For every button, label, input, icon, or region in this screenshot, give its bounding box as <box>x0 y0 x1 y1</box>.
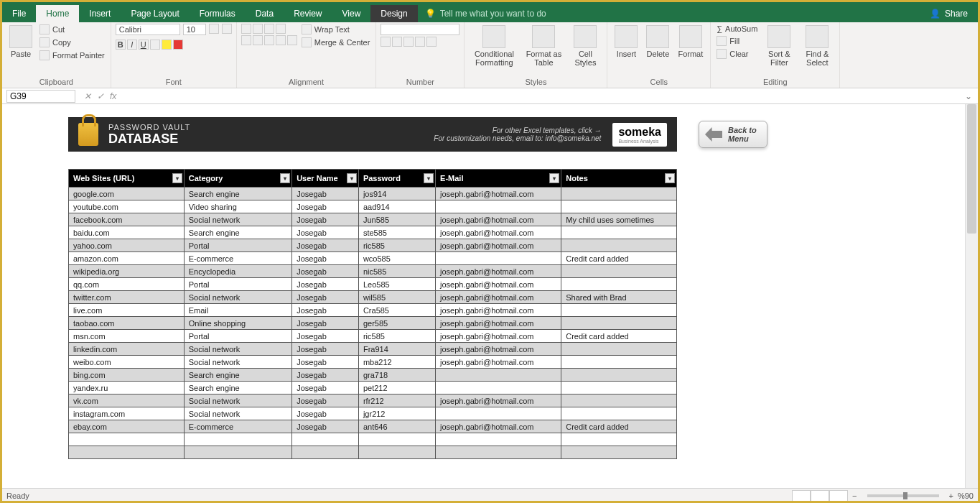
cell[interactable] <box>561 343 677 356</box>
name-box[interactable] <box>6 90 75 103</box>
bold-button[interactable]: B <box>116 40 126 50</box>
cell[interactable]: Online shopping <box>184 317 291 330</box>
col-header-2[interactable]: User Name▾ <box>292 170 359 188</box>
tab-home[interactable]: Home <box>36 5 79 22</box>
insert-cells-button[interactable]: Insert <box>612 24 640 60</box>
table-row[interactable]: instagram.comSocial networkJosegabjgr212 <box>69 407 677 420</box>
cell[interactable]: Josegab <box>292 213 359 226</box>
indent-inc-icon[interactable] <box>287 35 297 45</box>
cell[interactable]: Josegab <box>292 291 359 304</box>
view-page-layout-button[interactable] <box>811 490 829 502</box>
zoom-level[interactable]: %90 <box>958 492 974 500</box>
cell[interactable]: Search engine <box>184 226 291 239</box>
cell[interactable] <box>436 200 561 213</box>
cell[interactable]: joseph.gabri@hotmail.com <box>436 226 561 239</box>
templates-link[interactable]: For other Excel templates, click → <box>434 126 601 134</box>
cell[interactable]: Josegab <box>292 200 359 213</box>
cell[interactable]: taobao.com <box>69 317 185 330</box>
cut-button[interactable]: Cut <box>38 24 106 35</box>
share-button[interactable]: 👤Share <box>920 5 978 22</box>
cell[interactable]: joseph.gabri@hotmail.com <box>436 278 561 291</box>
filter-dropdown-icon[interactable]: ▾ <box>280 173 290 183</box>
table-row[interactable]: linkedin.comSocial networkJosegabFra914j… <box>69 343 677 356</box>
percent-icon[interactable] <box>392 37 402 47</box>
cell[interactable]: Credit card added <box>561 252 677 265</box>
filter-dropdown-icon[interactable]: ▾ <box>347 173 357 183</box>
cell[interactable] <box>436 433 561 446</box>
cell[interactable]: ric585 <box>358 239 435 252</box>
back-to-menu-button[interactable]: Back toMenu <box>699 121 767 148</box>
cell[interactable]: Portal <box>184 330 291 343</box>
align-left-icon[interactable] <box>241 35 251 45</box>
cell[interactable]: joseph.gabri@hotmail.com <box>436 304 561 317</box>
cell[interactable]: Social network <box>184 407 291 420</box>
cell[interactable]: Josegab <box>292 226 359 239</box>
tab-design[interactable]: Design <box>370 5 417 22</box>
format-painter-button[interactable]: Format Painter <box>38 50 106 61</box>
cell[interactable] <box>436 252 561 265</box>
cell[interactable]: Josegab <box>292 343 359 356</box>
cell[interactable] <box>561 239 677 252</box>
cell[interactable]: linkedin.com <box>69 343 185 356</box>
table-row[interactable]: facebook.comSocial networkJosegabJun585j… <box>69 213 677 226</box>
table-row[interactable]: baidu.comSearch engineJosegabste585josep… <box>69 226 677 239</box>
font-size-combo[interactable] <box>183 24 206 35</box>
fill-color-button[interactable] <box>162 40 172 50</box>
font-name-combo[interactable] <box>116 24 180 35</box>
cell[interactable] <box>561 407 677 420</box>
col-header-0[interactable]: Web Sites (URL)▾ <box>69 170 185 188</box>
table-row[interactable]: ebay.comE-commerceJosegabant646joseph.ga… <box>69 420 677 433</box>
cell[interactable]: pet212 <box>358 382 435 394</box>
cell[interactable]: ric585 <box>358 330 435 343</box>
sort-filter-button[interactable]: Sort & Filter <box>762 24 796 68</box>
cell[interactable]: twitter.com <box>69 291 185 304</box>
cell[interactable] <box>358 433 435 446</box>
cell[interactable]: rfr212 <box>358 394 435 407</box>
cell[interactable] <box>561 356 677 369</box>
cell[interactable]: jos914 <box>358 188 435 200</box>
cell[interactable]: Shared with Brad <box>561 291 677 304</box>
cell[interactable] <box>561 304 677 317</box>
merge-center-button[interactable]: Merge & Center <box>300 37 372 48</box>
cell[interactable]: Video sharing <box>184 200 291 213</box>
cell[interactable] <box>436 446 561 459</box>
cell[interactable]: mba212 <box>358 356 435 369</box>
cell[interactable] <box>561 433 677 446</box>
cell[interactable] <box>436 382 561 394</box>
table-row[interactable] <box>69 433 677 446</box>
vertical-scrollbar[interactable] <box>965 104 978 488</box>
cell[interactable]: bing.com <box>69 369 185 382</box>
orientation-icon[interactable] <box>276 24 286 34</box>
cell[interactable]: wil585 <box>358 291 435 304</box>
autosum-button[interactable]: ∑AutoSum <box>715 24 759 34</box>
table-row[interactable]: google.comSearch engineJosegabjos914jose… <box>69 188 677 200</box>
table-row[interactable]: vk.comSocial networkJosegabrfr212joseph.… <box>69 394 677 407</box>
cell[interactable] <box>561 265 677 278</box>
cell[interactable]: Josegab <box>292 317 359 330</box>
table-row[interactable]: youtube.comVideo sharingJosegabaad914 <box>69 200 677 213</box>
cell[interactable]: youtube.com <box>69 200 185 213</box>
enter-fx-icon[interactable]: ✓ <box>97 91 104 101</box>
wrap-text-button[interactable]: Wrap Text <box>300 24 372 35</box>
table-row[interactable]: live.comEmailJosegabCra585joseph.gabri@h… <box>69 304 677 317</box>
table-row[interactable]: bing.comSearch engineJosegabgra718 <box>69 369 677 382</box>
clear-button[interactable]: Clear <box>715 48 759 60</box>
cell[interactable]: ger585 <box>358 317 435 330</box>
cell[interactable] <box>184 446 291 459</box>
table-row[interactable]: yahoo.comPortalJosegabric585joseph.gabri… <box>69 239 677 252</box>
cell[interactable]: vk.com <box>69 394 185 407</box>
cell[interactable] <box>561 188 677 200</box>
cell[interactable] <box>561 317 677 330</box>
cell[interactable]: joseph.gabri@hotmail.com <box>436 239 561 252</box>
align-middle-icon[interactable] <box>253 24 263 34</box>
cell[interactable]: ste585 <box>358 226 435 239</box>
cell[interactable]: yandex.ru <box>69 382 185 394</box>
fx-icon[interactable]: fx <box>110 91 116 101</box>
cell[interactable]: gra718 <box>358 369 435 382</box>
table-row[interactable] <box>69 446 677 459</box>
cell[interactable]: Search engine <box>184 369 291 382</box>
col-header-4[interactable]: E-Mail▾ <box>436 170 561 188</box>
cell[interactable] <box>561 446 677 459</box>
cell[interactable]: Josegab <box>292 394 359 407</box>
cell[interactable]: wco585 <box>358 252 435 265</box>
